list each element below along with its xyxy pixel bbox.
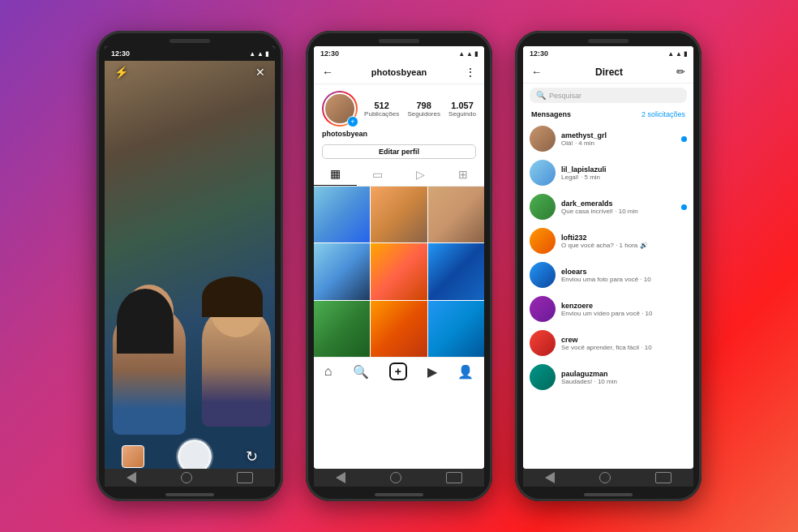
message-content: paulaguzman Saudades! · 10 min bbox=[561, 370, 687, 385]
nav-reels-icon[interactable]: ▶ bbox=[427, 364, 437, 380]
recents-button[interactable] bbox=[446, 472, 462, 483]
nav-add-button[interactable]: + bbox=[389, 363, 407, 380]
status-bar: 12:30 ▲ ▲ ▮ bbox=[105, 46, 275, 61]
nav-profile-icon[interactable]: 👤 bbox=[457, 364, 474, 380]
message-content: dark_emeralds Que casa incrível! · 10 mi… bbox=[561, 200, 676, 215]
signal-icon: ▲ bbox=[458, 50, 465, 58]
back-button[interactable] bbox=[127, 472, 136, 483]
display-name: photosbyean bbox=[314, 130, 484, 141]
tab-reels[interactable]: ▭ bbox=[357, 162, 400, 186]
avatar-crew bbox=[530, 330, 556, 356]
message-item-7[interactable]: crew Se você aprender, fica fácil · 10 bbox=[523, 326, 693, 360]
message-item-8[interactable]: paulaguzman Saudades! · 10 min bbox=[523, 360, 693, 394]
home-button[interactable] bbox=[390, 472, 401, 483]
message-item-6[interactable]: kenzoere Enviou um vídeo para você · 10 bbox=[523, 292, 693, 326]
close-icon[interactable]: ✕ bbox=[255, 66, 265, 79]
message-preview: Se você aprender, fica fácil · 10 bbox=[561, 344, 687, 351]
recents-button[interactable] bbox=[237, 472, 253, 483]
speaker bbox=[169, 39, 210, 43]
compose-icon[interactable]: ✏ bbox=[676, 66, 685, 78]
message-content: lil_lapislazuli Legal! · 5 min bbox=[561, 165, 687, 181]
person-1 bbox=[113, 305, 186, 435]
tab-grid[interactable]: ▦ bbox=[314, 162, 357, 186]
search-bar[interactable]: 🔍 Pesquisar bbox=[530, 88, 687, 103]
unread-dot bbox=[681, 136, 687, 142]
home-bar bbox=[165, 493, 214, 496]
profile-tabs: ▦ ▭ ▷ ⊞ bbox=[314, 162, 484, 187]
message-preview: Que casa incrível! · 10 min bbox=[561, 208, 676, 215]
person-2 bbox=[202, 305, 271, 427]
message-content: eloears Enviou uma foto para você · 10 bbox=[561, 268, 687, 283]
recents-button[interactable] bbox=[655, 472, 671, 483]
home-button[interactable] bbox=[181, 472, 192, 483]
message-item-2[interactable]: lil_lapislazuli Legal! · 5 min bbox=[523, 156, 693, 190]
phone-nav-bar bbox=[314, 469, 484, 487]
nav-search-icon[interactable]: 🔍 bbox=[353, 364, 369, 380]
messages-label-row: Mensagens 2 solicitações bbox=[523, 107, 693, 122]
phone-camera: 12:30 ▲ ▲ ▮ ⚡ ✕ ↻ bbox=[97, 31, 283, 501]
nav-home-icon[interactable]: ⌂ bbox=[324, 364, 332, 379]
add-story-button[interactable]: + bbox=[347, 116, 358, 127]
tab-video[interactable]: ▷ bbox=[399, 162, 442, 186]
message-preview: Legal! · 5 min bbox=[561, 174, 687, 181]
flip-camera-icon[interactable]: ↻ bbox=[246, 448, 258, 466]
message-item-5[interactable]: eloears Enviou uma foto para você · 10 bbox=[523, 258, 693, 292]
direct-screen: 12:30 ▲ ▲ ▮ ← Direct ✏ 🔍 Pesquisar Mensa… bbox=[523, 46, 693, 469]
message-item-3[interactable]: dark_emeralds Que casa incrível! · 10 mi… bbox=[523, 190, 693, 224]
photo-cell-5[interactable] bbox=[371, 243, 427, 299]
gallery-thumbnail[interactable] bbox=[122, 445, 144, 468]
profile-header: ← photosbyean ⋮ bbox=[314, 61, 484, 84]
photo-cell-3[interactable] bbox=[428, 187, 484, 242]
bottom-navigation: ⌂ 🔍 + ▶ 👤 bbox=[314, 357, 484, 385]
username: crew bbox=[561, 336, 687, 344]
solicitations-link[interactable]: 2 solicitações bbox=[641, 110, 685, 118]
status-bar: 12:30 ▲ ▲ ▮ bbox=[314, 46, 484, 61]
followers-count: 798 bbox=[416, 101, 431, 110]
camera-photo: ⚡ ✕ ↻ bbox=[105, 61, 275, 469]
shutter-button[interactable] bbox=[178, 440, 212, 469]
back-icon[interactable]: ← bbox=[531, 66, 542, 78]
avatar-amethyst bbox=[530, 126, 556, 152]
photo-cell-1[interactable] bbox=[314, 187, 370, 242]
direct-header: ← Direct ✏ bbox=[523, 61, 693, 84]
battery-icon: ▮ bbox=[265, 50, 268, 58]
back-icon[interactable]: ← bbox=[322, 66, 333, 79]
photo-cell-6[interactable] bbox=[428, 243, 484, 299]
photo-cell-8[interactable] bbox=[371, 301, 427, 357]
more-icon[interactable]: ⋮ bbox=[465, 66, 476, 79]
wifi-icon: ▲ bbox=[257, 50, 264, 58]
back-button[interactable] bbox=[336, 472, 345, 483]
instagram-profile: 12:30 ▲ ▲ ▮ ← photosbyean ⋮ + bbox=[314, 46, 484, 469]
followers-stat[interactable]: 798 Seguidores bbox=[407, 101, 440, 118]
home-button[interactable] bbox=[599, 472, 611, 483]
photo-cell-4[interactable] bbox=[314, 243, 370, 299]
status-time: 12:30 bbox=[111, 49, 130, 58]
profile-screen: 12:30 ▲ ▲ ▮ ← photosbyean ⋮ + bbox=[314, 46, 484, 469]
tab-tags[interactable]: ⊞ bbox=[442, 162, 485, 186]
flash-off-icon[interactable]: ⚡ bbox=[114, 66, 128, 79]
message-item-1[interactable]: amethyst_grl Olá! · 4 min bbox=[523, 122, 693, 156]
battery-icon: ▮ bbox=[684, 50, 687, 58]
message-content: kenzoere Enviou um vídeo para você · 10 bbox=[561, 302, 687, 317]
direct-title: Direct bbox=[595, 66, 623, 78]
phone-profile: 12:30 ▲ ▲ ▮ ← photosbyean ⋮ + bbox=[306, 31, 492, 501]
back-button[interactable] bbox=[545, 472, 555, 483]
status-time: 12:30 bbox=[530, 49, 548, 58]
edit-profile-button[interactable]: Editar perfil bbox=[322, 144, 476, 159]
home-bar bbox=[584, 493, 633, 496]
following-stat[interactable]: 1.057 Seguindo bbox=[448, 101, 476, 118]
status-time: 12:30 bbox=[320, 49, 339, 58]
battery-icon: ▮ bbox=[474, 50, 478, 58]
username: paulaguzman bbox=[561, 370, 687, 378]
photo-cell-7[interactable] bbox=[314, 301, 370, 357]
message-preview: O que você acha? · 1 hora 🔊 bbox=[561, 242, 687, 249]
avatar-dark-emeralds bbox=[530, 194, 556, 220]
message-item-4[interactable]: lofti232 O que você acha? · 1 hora 🔊 bbox=[523, 224, 693, 258]
camera-bottom-controls: ↻ bbox=[105, 440, 275, 469]
photo-cell-2[interactable] bbox=[371, 187, 427, 242]
unread-dot bbox=[681, 204, 687, 210]
photo-cell-9[interactable] bbox=[428, 301, 484, 357]
posts-stat: 512 Publicações bbox=[364, 101, 399, 118]
speaker bbox=[588, 39, 629, 43]
signal-icon: ▲ bbox=[667, 50, 674, 58]
